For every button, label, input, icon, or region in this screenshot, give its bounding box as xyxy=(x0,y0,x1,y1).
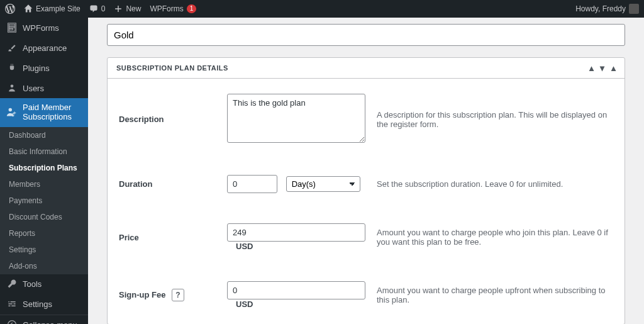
signup-fee-label: Sign-up Fee xyxy=(119,290,165,299)
sidebar-item-label: Tools xyxy=(23,279,42,289)
membership-icon: $ xyxy=(6,107,18,118)
collapse-icon xyxy=(6,320,18,324)
editor-content: SUBSCRIPTION PLAN DETAILS ▴ ▾ ▴ Descript… xyxy=(88,18,644,324)
site-name: Example Site xyxy=(36,4,80,13)
wp-admin-bar: Example Site 0 New WPForms 1 Howdy, Fred… xyxy=(0,0,644,18)
comments-count: 0 xyxy=(101,4,106,13)
signup-fee-help: Amount you want to charge people upfront… xyxy=(377,266,625,324)
sidebar-item-pms[interactable]: $ Paid Member Subscriptions xyxy=(0,98,88,127)
price-label: Price xyxy=(108,208,227,266)
wpforms-label: WPForms xyxy=(150,4,183,13)
signup-fee-help-icon[interactable]: ? xyxy=(172,289,184,301)
price-input[interactable] xyxy=(227,223,365,242)
submenu-payments[interactable]: Payments xyxy=(0,193,88,209)
comments-link[interactable]: 0 xyxy=(89,4,106,13)
avatar-icon xyxy=(629,4,639,14)
sidebar-item-plugins[interactable]: Plugins xyxy=(0,58,88,78)
user-icon xyxy=(6,82,18,94)
wpforms-icon xyxy=(6,22,18,33)
sidebar-item-settings[interactable]: Settings xyxy=(0,294,88,315)
plan-details-panel: SUBSCRIPTION PLAN DETAILS ▴ ▾ ▴ Descript… xyxy=(107,57,625,324)
description-input[interactable] xyxy=(227,94,365,143)
sidebar-item-tools[interactable]: Tools xyxy=(0,274,88,294)
sidebar-item-label: Plugins xyxy=(23,64,50,73)
sidebar-item-label: Users xyxy=(23,84,44,93)
signup-fee-input[interactable] xyxy=(227,281,365,299)
panel-move-down[interactable]: ▾ xyxy=(600,63,605,73)
submenu-dashboard[interactable]: Dashboard xyxy=(0,127,88,143)
submenu-members[interactable]: Members xyxy=(0,176,88,193)
howdy-text: Howdy, Freddy xyxy=(575,4,626,13)
submenu-addons[interactable]: Add-ons xyxy=(0,258,88,274)
sidebar-item-users[interactable]: Users xyxy=(0,78,88,98)
submenu-settings[interactable]: Settings xyxy=(0,242,88,258)
wpforms-adminbar[interactable]: WPForms 1 xyxy=(150,4,196,13)
comment-icon xyxy=(89,4,98,13)
sidebar-item-label: Settings xyxy=(23,299,52,309)
collapse-label: Collapse menu xyxy=(23,320,77,324)
home-icon xyxy=(24,4,33,13)
price-help: Amount you want to charge people who joi… xyxy=(377,208,625,266)
submenu-reports[interactable]: Reports xyxy=(0,225,88,242)
description-help: A description for this subscription plan… xyxy=(377,79,625,160)
sidebar-item-appearance[interactable]: Appearance xyxy=(0,38,88,58)
collapse-menu[interactable]: Collapse menu xyxy=(0,315,88,324)
new-label: New xyxy=(126,4,141,13)
panel-heading: SUBSCRIPTION PLAN DETAILS xyxy=(116,64,228,72)
wp-logo[interactable] xyxy=(5,4,15,14)
description-label: Description xyxy=(108,79,227,160)
new-link[interactable]: New xyxy=(114,4,141,13)
submenu-basic-info[interactable]: Basic Information xyxy=(0,143,88,160)
user-greeting[interactable]: Howdy, Freddy xyxy=(575,4,639,14)
wpforms-notification-badge: 1 xyxy=(187,4,197,13)
plug-icon xyxy=(6,62,18,74)
site-link[interactable]: Example Site xyxy=(24,4,80,13)
sidebar-item-wpforms[interactable]: WPForms xyxy=(0,18,88,38)
sidebar-item-label: WPForms xyxy=(23,23,59,33)
duration-help: Set the subscription duration. Leave 0 f… xyxy=(377,160,625,208)
submenu-subscription-plans[interactable]: Subscription Plans xyxy=(0,160,88,176)
duration-label: Duration xyxy=(108,160,227,208)
admin-sidebar: WPForms Appearance Plugins Users $ Paid … xyxy=(0,18,88,324)
panel-toggle[interactable]: ▴ xyxy=(611,63,616,73)
svg-text:$: $ xyxy=(12,113,14,117)
price-currency: USD xyxy=(236,242,253,251)
wrench-icon xyxy=(6,279,18,290)
signup-fee-currency: USD xyxy=(236,299,253,309)
brush-icon xyxy=(6,42,18,53)
pms-submenu: Dashboard Basic Information Subscription… xyxy=(0,127,88,274)
plus-icon xyxy=(114,4,123,13)
panel-move-up[interactable]: ▴ xyxy=(589,63,594,73)
sidebar-item-label: Paid Member Subscriptions xyxy=(23,103,82,122)
sliders-icon xyxy=(6,299,18,310)
plan-title-input[interactable] xyxy=(107,24,625,46)
duration-input[interactable] xyxy=(227,175,277,193)
duration-unit-select[interactable]: Day(s) xyxy=(286,176,360,192)
sidebar-item-label: Appearance xyxy=(23,43,67,53)
submenu-discount-codes[interactable]: Discount Codes xyxy=(0,209,88,225)
